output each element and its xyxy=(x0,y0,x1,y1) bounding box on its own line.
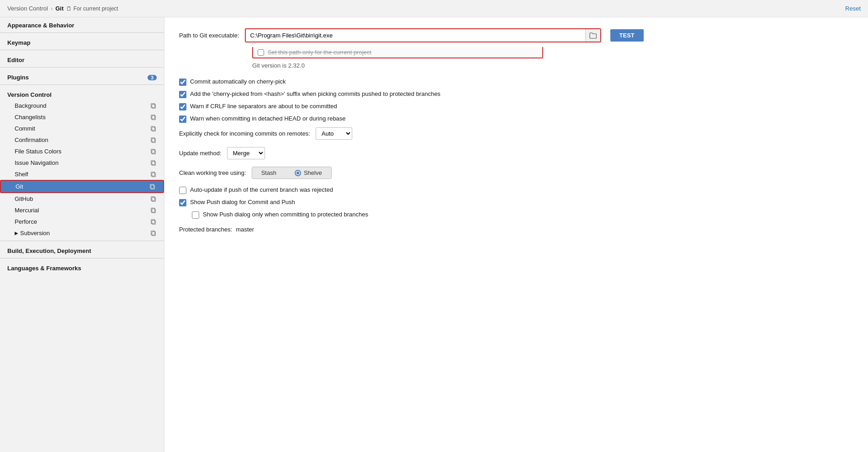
copy-icon-changelists xyxy=(150,114,157,121)
show-push-dialog-protected-checkbox[interactable] xyxy=(192,211,199,219)
copy-icon-perforce xyxy=(150,219,157,225)
update-method-row: Update method: Merge Rebase xyxy=(179,147,853,159)
copy-icon-subversion xyxy=(150,230,157,237)
sidebar-item-build-exec-deploy[interactable]: Build, Execution, Deployment xyxy=(0,243,164,256)
cherry-pick-label: Commit automatically on cherry-pick xyxy=(190,78,286,85)
path-row: Path to Git executable: TEST xyxy=(179,28,853,42)
cherry-pick-checkbox[interactable] xyxy=(179,79,186,86)
protected-branches-row: Protected branches: master xyxy=(179,226,853,233)
top-bar: Version Control › Git 🗒 For current proj… xyxy=(0,0,868,17)
sidebar-item-plugins[interactable]: Plugins 3 xyxy=(0,69,164,83)
set-path-row: Set this path only for the current proje… xyxy=(252,47,543,58)
show-push-dialog-protected-label: Show Push dialog only when committing to… xyxy=(203,211,368,218)
clean-working-tree-label: Clean working tree using: xyxy=(179,169,246,176)
crlf-warn-row: Warn if CRLF line separators are about t… xyxy=(179,103,853,110)
sidebar-item-appearance-label: Appearance & Behavior xyxy=(7,22,74,29)
breadcrumb-separator: › xyxy=(51,5,53,12)
update-method-label: Update method: xyxy=(179,150,222,157)
cherry-pick-suffix-label: Add the 'cherry-picked from <hash>' suff… xyxy=(190,90,440,97)
cherry-pick-suffix-row: Add the 'cherry-picked from <hash>' suff… xyxy=(179,90,853,98)
cherry-pick-row: Commit automatically on cherry-pick xyxy=(179,78,853,86)
divider-5 xyxy=(0,241,164,241)
sidebar-item-version-control-label: Version Control xyxy=(7,91,52,98)
sidebar-item-editor-label: Editor xyxy=(7,57,25,63)
auto-update-row: Auto-update if push of the current branc… xyxy=(179,186,853,194)
sidebar-item-file-status-colors[interactable]: File Status Colors xyxy=(0,146,164,157)
crlf-warn-checkbox[interactable] xyxy=(179,103,186,110)
copy-icon-shelf xyxy=(150,171,157,178)
copy-icon-issue-navigation xyxy=(150,160,157,166)
sidebar: Appearance & Behavior Keymap Editor Plug… xyxy=(0,17,164,452)
detached-head-warn-row: Warn when committing in detached HEAD or… xyxy=(179,115,853,123)
sidebar-item-shelf[interactable]: Shelf xyxy=(0,168,164,180)
set-path-label: Set this path only for the current proje… xyxy=(268,49,371,56)
crlf-warn-label: Warn if CRLF line separators are about t… xyxy=(190,103,337,110)
divider-3 xyxy=(0,67,164,68)
set-path-checkbox[interactable] xyxy=(258,49,264,56)
path-input-container xyxy=(245,28,601,42)
git-version: Git version is 2.32.0 xyxy=(252,62,853,69)
clean-working-tree-row: Clean working tree using: Stash Shelve xyxy=(179,167,853,179)
copy-icon-file-status-colors xyxy=(150,148,157,155)
copy-icon-git xyxy=(149,184,156,190)
detached-head-warn-label: Warn when committing in detached HEAD or… xyxy=(190,115,346,122)
breadcrumb-sub: 🗒 For current project xyxy=(66,5,118,12)
sidebar-item-github[interactable]: GitHub xyxy=(0,193,164,205)
cherry-pick-suffix-checkbox[interactable] xyxy=(179,91,186,98)
update-method-select[interactable]: Merge Rebase xyxy=(227,147,265,159)
copy-icon-github xyxy=(150,196,157,202)
sidebar-item-subversion[interactable]: ▶ Subversion xyxy=(0,227,164,239)
show-push-dialog-checkbox[interactable] xyxy=(179,199,186,206)
sidebar-item-build-label: Build, Execution, Deployment xyxy=(7,247,91,254)
incoming-commits-row: Explicitly check for incoming commits on… xyxy=(179,127,853,140)
show-push-dialog-protected-row: Show Push dialog only when committing to… xyxy=(192,211,853,219)
sidebar-item-languages[interactable]: Languages & Frameworks xyxy=(0,260,164,273)
reset-button[interactable]: Reset xyxy=(845,5,861,12)
sidebar-item-plugins-label: Plugins xyxy=(7,74,29,81)
sidebar-item-keymap[interactable]: Keymap xyxy=(0,35,164,48)
shelve-radio-icon xyxy=(295,170,301,176)
test-button[interactable]: TEST xyxy=(610,29,644,42)
copy-icon-mercurial xyxy=(150,207,157,214)
divider-6 xyxy=(0,258,164,258)
sidebar-item-languages-label: Languages & Frameworks xyxy=(7,265,81,272)
breadcrumb-parent: Version Control xyxy=(7,5,48,12)
sidebar-item-issue-navigation[interactable]: Issue Navigation xyxy=(0,157,164,168)
divider-4 xyxy=(0,84,164,85)
detached-head-warn-checkbox[interactable] xyxy=(179,116,186,123)
breadcrumb: Version Control › Git 🗒 For current proj… xyxy=(7,5,118,12)
path-browse-button[interactable] xyxy=(585,29,600,42)
sidebar-section-version-control[interactable]: Version Control xyxy=(0,87,164,100)
main-layout: Appearance & Behavior Keymap Editor Plug… xyxy=(0,17,868,452)
sidebar-item-background[interactable]: Background xyxy=(0,100,164,111)
show-push-dialog-row: Show Push dialog for Commit and Push xyxy=(179,199,853,206)
incoming-commits-label: Explicitly check for incoming commits on… xyxy=(179,130,310,137)
sidebar-item-mercurial[interactable]: Mercurial xyxy=(0,205,164,216)
content-area: Path to Git executable: TEST Set this pa… xyxy=(164,17,868,452)
copy-icon-background xyxy=(150,103,157,109)
plugins-badge: 3 xyxy=(148,75,157,80)
sidebar-item-editor[interactable]: Editor xyxy=(0,52,164,65)
sidebar-item-keymap-label: Keymap xyxy=(7,39,31,46)
copy-icon-commit xyxy=(150,126,157,132)
folder-icon xyxy=(589,32,597,39)
git-path-input[interactable] xyxy=(246,29,585,42)
divider-2 xyxy=(0,50,164,50)
sidebar-item-git[interactable]: Git xyxy=(0,180,164,193)
protected-branches-label: Protected branches: xyxy=(179,226,232,233)
stash-toggle-button[interactable]: Stash xyxy=(252,167,286,179)
sidebar-item-confirmation[interactable]: Confirmation xyxy=(0,134,164,146)
copy-icon-confirmation xyxy=(150,137,157,143)
sidebar-item-changelists[interactable]: Changelists xyxy=(0,111,164,123)
breadcrumb-current: Git xyxy=(55,5,64,12)
sidebar-item-perforce[interactable]: Perforce xyxy=(0,216,164,227)
incoming-commits-select[interactable]: Auto Always Never xyxy=(316,127,352,140)
show-push-dialog-label: Show Push dialog for Commit and Push xyxy=(190,199,295,205)
shelve-toggle-button[interactable]: Shelve xyxy=(286,167,331,179)
protected-branches-value: master xyxy=(236,226,254,233)
sidebar-item-commit[interactable]: Commit xyxy=(0,123,164,134)
clean-tree-toggle-group: Stash Shelve xyxy=(252,167,332,179)
auto-update-checkbox[interactable] xyxy=(179,187,186,194)
path-label: Path to Git executable: xyxy=(179,32,239,39)
sidebar-item-appearance[interactable]: Appearance & Behavior xyxy=(0,17,164,31)
